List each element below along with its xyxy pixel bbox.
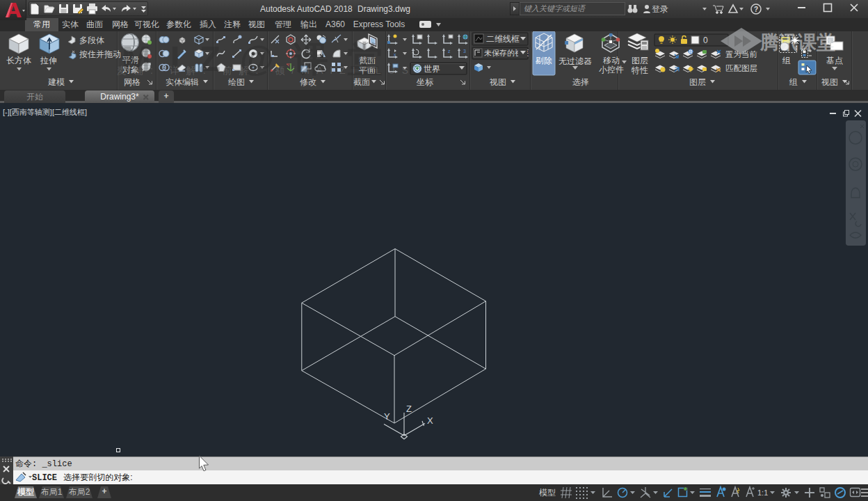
svg-text:模型: 模型 bbox=[539, 488, 556, 498]
svg-text:图层: 图层 bbox=[632, 56, 648, 65]
svg-text:登录: 登录 bbox=[652, 4, 668, 14]
svg-text:图层: 图层 bbox=[689, 77, 706, 87]
svg-text:视图: 视图 bbox=[489, 77, 506, 87]
svg-text:Y: Y bbox=[384, 411, 390, 422]
svg-text:0: 0 bbox=[703, 35, 708, 45]
svg-text:匹配图层: 匹配图层 bbox=[725, 64, 757, 72]
svg-text:小控件: 小控件 bbox=[599, 65, 624, 74]
svg-text:二维线框: 二维线框 bbox=[486, 34, 520, 44]
svg-text:?: ? bbox=[754, 6, 758, 13]
svg-text:长方体: 长方体 bbox=[6, 56, 31, 65]
svg-text:移动: 移动 bbox=[603, 56, 620, 65]
svg-text:特性: 特性 bbox=[631, 65, 648, 75]
svg-text:3: 3 bbox=[463, 49, 466, 54]
svg-text:X: X bbox=[427, 415, 433, 426]
svg-text:组: 组 bbox=[789, 77, 798, 87]
svg-text:剔除: 剔除 bbox=[536, 56, 552, 65]
svg-text:组: 组 bbox=[782, 56, 791, 65]
svg-text:选择: 选择 bbox=[572, 77, 589, 87]
svg-text:1:1: 1:1 bbox=[757, 488, 768, 497]
svg-text:建模: 建模 bbox=[47, 77, 65, 87]
svg-text:Z: Z bbox=[406, 404, 412, 414]
svg-text:多段体: 多段体 bbox=[79, 35, 104, 45]
svg-text:无过滤器: 无过滤器 bbox=[558, 56, 592, 66]
svg-text:世界: 世界 bbox=[424, 64, 440, 74]
svg-text:拉伸: 拉伸 bbox=[40, 56, 57, 65]
svg-text:基点: 基点 bbox=[826, 56, 843, 65]
svg-text:视图: 视图 bbox=[821, 77, 838, 87]
svg-text:z: z bbox=[448, 49, 451, 54]
svg-text:按住并拖动: 按住并拖动 bbox=[79, 49, 121, 59]
svg-text:坐标: 坐标 bbox=[416, 77, 434, 87]
